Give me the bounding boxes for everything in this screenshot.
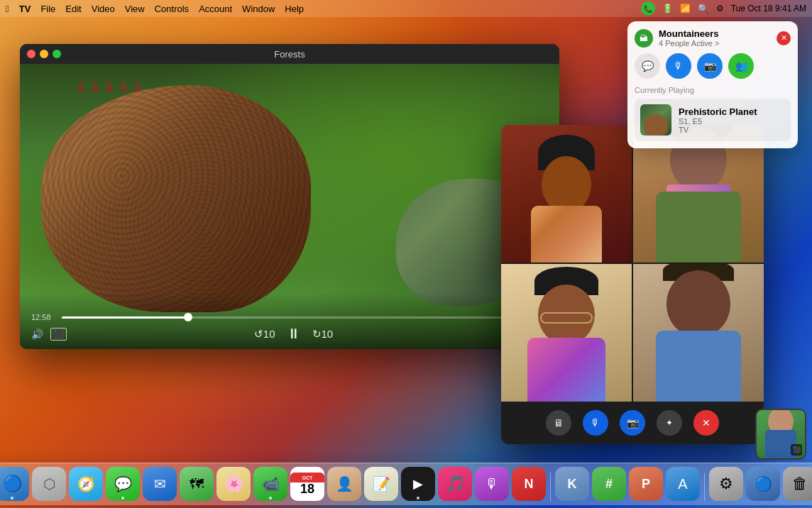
rewind-icon: ↺10 <box>254 328 275 341</box>
menu-view[interactable]: View <box>125 4 145 14</box>
menu-help[interactable]: Help <box>285 4 304 14</box>
np-thumbnail <box>640 104 671 136</box>
effects-button[interactable]: ✦ <box>657 410 682 436</box>
group-name: Mountaineers <box>659 28 777 39</box>
dock-separator-2 <box>704 473 705 501</box>
dock-item-safari[interactable]: 🧭 <box>69 467 103 501</box>
dock-item-news[interactable]: N <box>512 467 546 501</box>
dock-item-music[interactable]: 🎵 <box>438 467 472 501</box>
facetime-status-icon[interactable]: 📞 <box>641 1 655 16</box>
dock-item-pages[interactable]: P <box>629 467 663 501</box>
menu-file[interactable]: File <box>40 4 55 14</box>
tv-window: Forests 12:58 <box>20 44 559 349</box>
message-icon: 💬 <box>642 60 654 72</box>
end-call-button[interactable]: ✕ <box>693 410 719 436</box>
tv-window-title: Forests <box>274 49 304 60</box>
progress-bar[interactable] <box>62 316 514 319</box>
dock-item-reminders[interactable]: 📝 <box>364 467 398 501</box>
mic-icon: 🎙 <box>674 60 684 72</box>
group-avatar-icon: 🏔 <box>635 29 653 48</box>
fullscreen-button[interactable] <box>53 50 61 58</box>
menu-video[interactable]: Video <box>92 4 115 14</box>
facetime-participant-1 <box>501 125 632 263</box>
subtitles-icon: ⬛ <box>50 328 67 341</box>
menu-controls[interactable]: Controls <box>155 4 189 14</box>
dock-item-mail[interactable]: ✉ <box>143 467 177 501</box>
tv-video-content[interactable]: 12:58 -33:73 🔊 ⬛ ↺1 <box>20 64 559 349</box>
dock-item-system-preferences[interactable]: ⚙ <box>709 467 743 501</box>
dock-item-keynote[interactable]: K <box>555 467 589 501</box>
dock: 🔵 ⬡ 🧭 💬 ✉ 🗺 🌸 📹 OCT 18 👤 📝 <box>0 463 812 505</box>
facetime-controls-bar: 🖥 🎙 📷 ✦ ✕ <box>501 402 764 444</box>
microphone-icon: 🎙 <box>591 417 600 429</box>
facetime-participant-grid <box>501 125 764 402</box>
time-elapsed: 12:58 <box>31 313 56 321</box>
facetime-participant-3 <box>501 264 632 402</box>
now-playing-card: 🏔 Mountaineers 4 People Active > ✕ 💬 🎙 📷… <box>627 21 798 148</box>
group-subtitle[interactable]: 4 People Active > <box>659 39 777 48</box>
np-media-subtitle: S1, E5 <box>679 117 785 126</box>
dock-item-launchpad[interactable]: ⬡ <box>32 467 66 501</box>
dock-item-photos[interactable]: 🌸 <box>216 467 251 501</box>
control-center-icon[interactable]: ⚙ <box>716 4 724 13</box>
np-shareplay-button[interactable]: 👥 <box>728 53 754 79</box>
np-media-info: Prehistoric Planet S1, E5 TV <box>679 106 785 134</box>
calendar-date: 18 <box>300 482 314 495</box>
dock-item-finder[interactable]: 🔵 <box>0 467 29 501</box>
dock-item-contacts[interactable]: 👤 <box>327 467 361 501</box>
shareplay-icon: 👥 <box>735 60 747 72</box>
dock-item-appstore[interactable]: A <box>666 467 700 501</box>
np-mic-button[interactable]: 🎙 <box>666 53 691 79</box>
camera-button[interactable]: 📷 <box>620 410 645 436</box>
search-icon[interactable]: 🔍 <box>698 4 709 14</box>
self-view: ⬛ <box>755 409 806 460</box>
video-icon: 📷 <box>704 60 716 72</box>
dock-separator-1 <box>550 473 551 501</box>
datetime-display: Tue Oct 18 9:41 AM <box>731 4 806 13</box>
np-header: 🏔 Mountaineers 4 People Active > ✕ <box>635 28 791 48</box>
np-media-title: Prehistoric Planet <box>679 106 785 117</box>
menu-edit[interactable]: Edit <box>65 4 81 14</box>
video-controls: 12:58 -33:73 🔊 ⬛ ↺1 <box>20 292 559 349</box>
dock-item-maps[interactable]: 🗺 <box>180 467 214 501</box>
screen-share-icon: 🖥 <box>554 417 564 429</box>
menu-window[interactable]: Window <box>242 4 275 14</box>
np-action-buttons: 💬 🎙 📷 👥 <box>635 53 791 79</box>
volume-button[interactable]: 🔊 <box>31 328 43 340</box>
close-button[interactable] <box>27 50 35 58</box>
rewind-10-button[interactable]: ↺10 <box>254 328 275 341</box>
forward-icon: ↻10 <box>312 328 334 341</box>
dock-item-numbers[interactable]: # <box>592 467 626 501</box>
dock-item-podcasts[interactable]: 🎙 <box>475 467 509 501</box>
calendar-month: OCT <box>290 473 324 482</box>
wifi-icon: 📶 <box>680 4 691 13</box>
volume-icon: 🔊 <box>31 328 43 340</box>
end-call-icon: ✕ <box>702 417 710 429</box>
dock-item-calendar[interactable]: OCT 18 <box>290 467 324 501</box>
facetime-window: 🖥 🎙 📷 ✦ ✕ <box>501 125 764 444</box>
np-close-button[interactable]: ✕ <box>777 31 791 45</box>
np-video-button[interactable]: 📷 <box>697 53 723 79</box>
dock-item-facetime[interactable]: 📹 <box>253 467 287 501</box>
dock-item-privacy[interactable]: 🔵 <box>746 467 780 501</box>
effects-icon: ✦ <box>666 418 673 428</box>
forward-10-button[interactable]: ↻10 <box>312 328 334 341</box>
menu-tv[interactable]: TV <box>19 4 31 14</box>
minimize-button[interactable] <box>40 50 48 58</box>
np-media-source: TV <box>679 126 785 134</box>
dock-item-appletv[interactable]: ▶ <box>401 467 435 501</box>
traffic-lights <box>27 50 61 58</box>
pause-button[interactable]: ⏸ <box>287 326 301 342</box>
pause-icon: ⏸ <box>287 326 301 342</box>
menubar:  TV File Edit Video View Controls Accou… <box>0 0 812 17</box>
group-info: Mountaineers 4 People Active > <box>659 28 777 48</box>
microphone-button[interactable]: 🎙 <box>583 410 608 436</box>
dock-item-messages[interactable]: 💬 <box>106 467 140 501</box>
np-message-button[interactable]: 💬 <box>635 53 660 79</box>
dock-item-trash[interactable]: 🗑 <box>783 467 812 501</box>
subtitles-button[interactable]: ⬛ <box>50 328 67 341</box>
screen-share-button[interactable]: 🖥 <box>546 410 571 436</box>
apple-menu[interactable]:  <box>6 4 9 14</box>
menu-account[interactable]: Account <box>199 4 232 14</box>
np-content-area[interactable]: Prehistoric Planet S1, E5 TV <box>635 99 791 141</box>
